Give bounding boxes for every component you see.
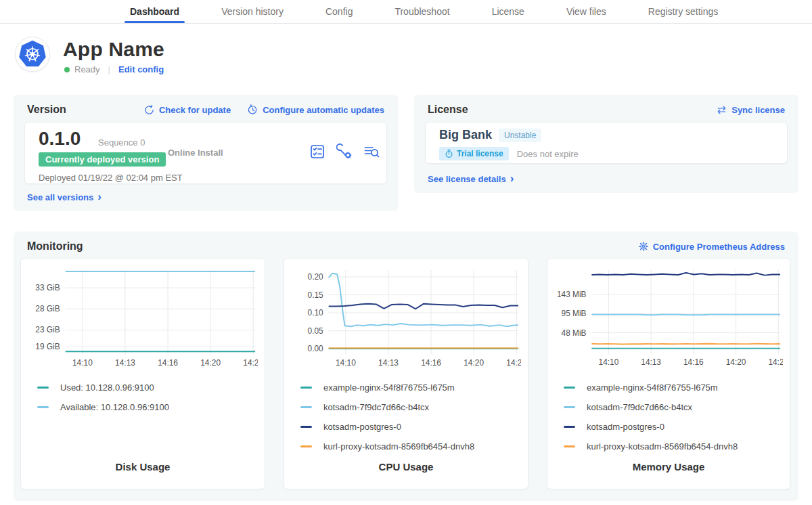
memory-usage-card: 14:1014:1314:1614:2014:23143 MiB95 MiB48… <box>547 258 790 489</box>
svg-text:19 GiB: 19 GiB <box>35 342 60 351</box>
tab-view-files[interactable]: View files <box>565 0 608 23</box>
disk-usage-chart: 14:1014:1314:1614:2014:2333 GiB28 GiB23 … <box>28 263 258 370</box>
tab-troubleshoot[interactable]: Troubleshoot <box>393 0 451 23</box>
svg-text:95 MiB: 95 MiB <box>562 309 587 318</box>
legend-label: example-nginx-54f8f76755-l675m <box>587 382 718 393</box>
version-section-title: Version <box>27 104 66 116</box>
svg-text:14:10: 14:10 <box>72 358 93 368</box>
disk-usage-legend: Used: 10.128.0.96:9100Available: 10.128.… <box>28 378 258 417</box>
configure-automatic-updates-button[interactable]: Configure automatic updates <box>247 104 384 116</box>
svg-text:14:23: 14:23 <box>768 357 783 367</box>
legend-label: kurl-proxy-kotsadm-8569fb6454-dnvh8 <box>323 441 474 452</box>
refresh-icon <box>143 104 155 116</box>
monitoring-section-title: Monitoring <box>27 240 83 252</box>
svg-text:14:13: 14:13 <box>115 358 135 368</box>
legend-label: kotsadm-postgres-0 <box>587 422 664 432</box>
version-section: Version Check for update Configure au <box>14 95 398 211</box>
kubernetes-icon <box>18 39 47 69</box>
svg-text:14:23: 14:23 <box>506 358 521 368</box>
wrench-gear-icon <box>336 144 353 160</box>
status-dot <box>64 67 70 72</box>
edit-config-link[interactable]: Edit config <box>118 64 164 74</box>
memory-usage-legend: example-nginx-54f8f76755-l675mkotsadm-7f… <box>554 378 783 456</box>
legend-swatch <box>37 387 49 389</box>
version-number: 0.1.0 <box>39 128 81 150</box>
deployed-badge: Currently deployed version <box>39 152 166 167</box>
svg-text:14:10: 14:10 <box>599 357 619 367</box>
edit-config-values-button[interactable] <box>336 144 353 160</box>
legend-swatch <box>564 387 575 389</box>
stopwatch-icon <box>445 149 453 158</box>
chevron-right-icon: › <box>510 173 514 184</box>
legend-swatch <box>300 387 312 389</box>
customer-name: Big Bank <box>439 128 492 142</box>
chart-title: CPU Usage <box>291 461 521 473</box>
cpu-usage-chart: 14:1014:1314:1614:2014:230.200.150.100.0… <box>291 263 521 370</box>
svg-text:23 GiB: 23 GiB <box>35 325 60 334</box>
legend-swatch <box>564 445 575 447</box>
legend-item: example-nginx-54f8f76755-l675m <box>564 378 783 397</box>
tab-version-history[interactable]: Version history <box>220 0 285 23</box>
legend-item: Available: 10.128.0.96:9100 <box>37 397 258 417</box>
svg-text:28 GiB: 28 GiB <box>35 304 60 313</box>
legend-item: kotsadm-postgres-0 <box>300 417 521 437</box>
see-all-versions-link[interactable]: See all versions › <box>27 192 102 203</box>
tab-license[interactable]: License <box>491 0 526 23</box>
legend-item: example-nginx-54f8f76755-l675m <box>300 378 521 397</box>
svg-text:14:20: 14:20 <box>200 358 221 368</box>
diff-search-icon <box>363 144 380 160</box>
license-type-badge: Trial license <box>439 147 509 160</box>
dashboard-page: Dashboard Version history Config Trouble… <box>0 0 812 505</box>
install-type: Online Install <box>168 148 223 158</box>
license-section-title: License <box>428 104 468 116</box>
svg-text:14:20: 14:20 <box>464 358 484 368</box>
svg-text:14:16: 14:16 <box>683 357 704 367</box>
current-version-card: 0.1.0 Sequence 0 Currently deployed vers… <box>24 122 387 184</box>
license-detail-card: Big Bank Unstable Trial license Does not… <box>425 122 788 164</box>
legend-label: Used: 10.128.0.96:9100 <box>60 382 154 393</box>
preflight-checks-button[interactable] <box>309 144 325 160</box>
legend-item: kotsadm-postgres-0 <box>564 417 783 437</box>
legend-label: kurl-proxy-kotsadm-8569fb6454-dnvh8 <box>587 441 738 452</box>
memory-usage-chart: 14:1014:1314:1614:2014:23143 MiB95 MiB48… <box>554 263 783 370</box>
svg-text:14:16: 14:16 <box>158 358 178 368</box>
tab-registry-settings[interactable]: Registry settings <box>647 0 719 23</box>
chart-title: Disk Usage <box>28 461 258 473</box>
svg-text:14:10: 14:10 <box>336 358 356 368</box>
sync-arrows-icon <box>716 104 727 116</box>
svg-text:33 GiB: 33 GiB <box>35 283 60 292</box>
legend-label: kotsadm-7f9dc7d66c-b4tcx <box>587 402 692 412</box>
check-for-update-button[interactable]: Check for update <box>143 104 231 116</box>
legend-label: kotsadm-7f9dc7d66c-b4tcx <box>323 402 429 412</box>
legend-label: Available: 10.128.0.96:9100 <box>60 402 169 412</box>
legend-swatch <box>300 445 312 447</box>
view-diff-button[interactable] <box>363 144 380 160</box>
legend-swatch <box>564 426 575 428</box>
clock-refresh-icon <box>247 104 258 116</box>
configure-prometheus-button[interactable]: Configure Prometheus Address <box>638 241 785 252</box>
app-logo <box>15 37 50 72</box>
legend-swatch <box>300 406 312 408</box>
legend-item: Used: 10.128.0.96:9100 <box>37 378 258 397</box>
svg-text:14:20: 14:20 <box>726 357 746 367</box>
version-sequence: Sequence 0 <box>98 137 145 148</box>
svg-text:14:13: 14:13 <box>378 358 399 368</box>
app-status-row: Ready | Edit config <box>64 64 164 74</box>
legend-swatch <box>564 406 575 408</box>
monitoring-section: Monitoring Configur <box>14 232 798 501</box>
chart-title: Memory Usage <box>554 461 783 473</box>
page-title: App Name <box>63 38 164 61</box>
tab-dashboard[interactable]: Dashboard <box>129 0 181 23</box>
svg-text:14:23: 14:23 <box>243 358 258 368</box>
gear-icon <box>638 241 649 252</box>
see-license-details-link[interactable]: See license details › <box>428 173 514 185</box>
tab-config[interactable]: Config <box>324 0 354 23</box>
sync-license-button[interactable]: Sync license <box>716 104 785 116</box>
svg-text:0.10: 0.10 <box>308 308 324 317</box>
cpu-usage-card: 14:1014:1314:1614:2014:230.200.150.100.0… <box>284 258 528 489</box>
svg-text:143 MiB: 143 MiB <box>557 290 587 299</box>
svg-text:0.00: 0.00 <box>308 344 324 353</box>
svg-text:48 MiB: 48 MiB <box>562 328 587 338</box>
license-section: License Sync license Big Bank Unstable <box>414 95 798 193</box>
chevron-right-icon: › <box>97 191 102 202</box>
